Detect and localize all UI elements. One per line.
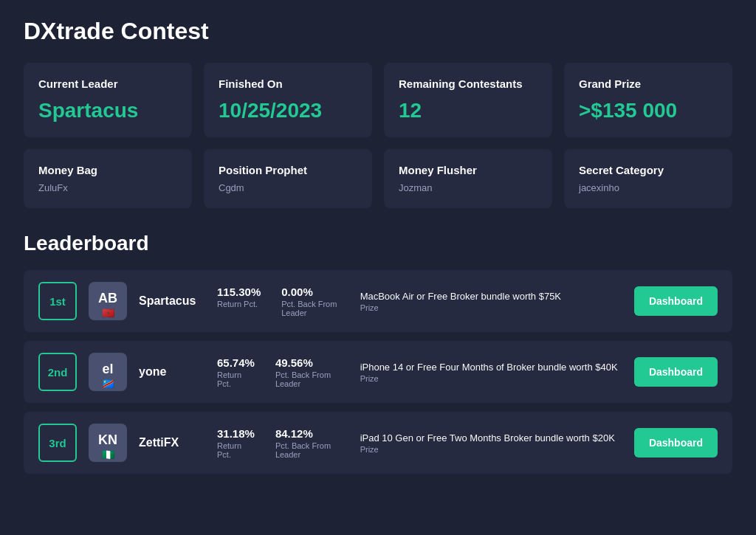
stats-block: 31.18% Return Pct. 84.12% Pct. Back From… xyxy=(217,427,348,459)
dashboard-button[interactable]: Dashboard xyxy=(634,428,718,458)
stat-value-grand-prize: >$135 000 xyxy=(579,99,718,122)
pct-back-block: 84.12% Pct. Back From Leader xyxy=(275,427,348,459)
award-card-money-flusher: Money Flusher Jozman xyxy=(384,149,552,208)
player-name: Spartacus xyxy=(139,294,205,308)
prize-label: Prize xyxy=(360,445,622,454)
avatar-initials: AB xyxy=(98,291,117,306)
pct-back-block: 49.56% Pct. Back From Leader xyxy=(275,356,348,388)
stat-card-grand-prize: Grand Prize >$135 000 xyxy=(564,63,732,137)
prize-text: iPad 10 Gen or Free Two Months Broker bu… xyxy=(360,432,622,443)
return-pct-value: 65.74% xyxy=(217,356,255,369)
award-card-secret-category: Secret Category jacexinho xyxy=(564,149,732,208)
pct-back-label: Pct. Back From Leader xyxy=(275,441,348,459)
avatar-initials: el xyxy=(102,362,113,377)
awards-grid: Money Bag ZuluFx Position Prophet Cgdm M… xyxy=(24,149,732,208)
stat-value-remaining-contestants: 12 xyxy=(399,99,537,122)
pct-back-label: Pct. Back From Leader xyxy=(275,370,348,388)
return-pct-block: 115.30% Return Pct. xyxy=(217,286,261,317)
avatar: KN 🇳🇬 xyxy=(89,424,127,462)
return-pct-block: 31.18% Return Pct. xyxy=(217,427,255,459)
award-winner-money-flusher: Jozman xyxy=(399,182,537,193)
prize-text: iPhone 14 or Free Four Months of Broker … xyxy=(360,362,622,373)
flag-icon: 🇲🇦 xyxy=(102,307,114,319)
award-title-money-bag: Money Bag xyxy=(38,164,177,176)
award-title-money-flusher: Money Flusher xyxy=(399,164,537,176)
prize-block: iPad 10 Gen or Free Two Months Broker bu… xyxy=(360,432,622,454)
return-pct-value: 115.30% xyxy=(217,286,261,298)
prize-label: Prize xyxy=(360,303,622,312)
pct-back-label: Pct. Back From Leader xyxy=(281,300,348,317)
return-pct-label: Return Pct. xyxy=(217,300,261,308)
player-name: yone xyxy=(139,365,205,379)
leaderboard-title: Leaderboard xyxy=(24,232,732,255)
leaderboard-row: 2nd el 🇨🇩 yone 65.74% Return Pct. 49.56%… xyxy=(24,341,732,403)
dashboard-button[interactable]: Dashboard xyxy=(634,357,718,387)
award-winner-secret-category: jacexinho xyxy=(579,182,718,193)
stat-card-current-leader: Current Leader Spartacus xyxy=(24,63,192,137)
pct-back-value: 0.00% xyxy=(281,286,348,298)
stat-label-grand-prize: Grand Prize xyxy=(579,77,718,90)
award-card-money-bag: Money Bag ZuluFx xyxy=(24,149,192,208)
page-title: DXtrade Contest xyxy=(24,18,732,45)
stat-value-current-leader: Spartacus xyxy=(38,99,177,122)
prize-label: Prize xyxy=(360,374,622,383)
stat-label-remaining-contestants: Remaining Contestants xyxy=(399,77,537,90)
leaderboard-row: 1st AB 🇲🇦 Spartacus 115.30% Return Pct. … xyxy=(24,270,732,332)
award-card-position-prophet: Position Prophet Cgdm xyxy=(204,149,372,208)
avatar: AB 🇲🇦 xyxy=(89,282,127,320)
return-pct-block: 65.74% Return Pct. xyxy=(217,356,255,388)
stat-card-remaining-contestants: Remaining Contestants 12 xyxy=(384,63,552,137)
rank-badge: 2nd xyxy=(38,353,77,391)
stats-block: 65.74% Return Pct. 49.56% Pct. Back From… xyxy=(217,356,348,388)
award-title-secret-category: Secret Category xyxy=(579,164,718,176)
flag-icon: 🇨🇩 xyxy=(102,378,114,390)
leaderboard: 1st AB 🇲🇦 Spartacus 115.30% Return Pct. … xyxy=(24,270,732,474)
return-pct-value: 31.18% xyxy=(217,427,255,440)
dashboard-button[interactable]: Dashboard xyxy=(634,286,718,316)
stat-card-finished-on: Finished On 10/25/2023 xyxy=(204,63,372,137)
stats-grid: Current Leader Spartacus Finished On 10/… xyxy=(24,63,732,137)
leaderboard-row: 3rd KN 🇳🇬 ZettiFX 31.18% Return Pct. 84.… xyxy=(24,412,732,474)
return-pct-label: Return Pct. xyxy=(217,370,255,388)
rank-badge: 1st xyxy=(38,282,77,320)
pct-back-value: 49.56% xyxy=(275,356,348,369)
award-title-position-prophet: Position Prophet xyxy=(219,164,357,176)
prize-block: iPhone 14 or Free Four Months of Broker … xyxy=(360,362,622,383)
avatar-initials: KN xyxy=(98,432,117,448)
stats-block: 115.30% Return Pct. 0.00% Pct. Back From… xyxy=(217,286,348,317)
stat-value-finished-on: 10/25/2023 xyxy=(219,99,357,122)
prize-block: MacBook Air or Free Broker bundle worth … xyxy=(360,291,622,312)
pct-back-value: 84.12% xyxy=(275,427,348,440)
return-pct-label: Return Pct. xyxy=(217,441,255,459)
award-winner-money-bag: ZuluFx xyxy=(38,182,177,193)
player-name: ZettiFX xyxy=(139,436,205,449)
stat-label-current-leader: Current Leader xyxy=(38,77,177,90)
award-winner-position-prophet: Cgdm xyxy=(219,182,357,193)
pct-back-block: 0.00% Pct. Back From Leader xyxy=(281,286,348,317)
prize-text: MacBook Air or Free Broker bundle worth … xyxy=(360,291,622,302)
flag-icon: 🇳🇬 xyxy=(102,449,114,460)
rank-badge: 3rd xyxy=(38,424,77,462)
stat-label-finished-on: Finished On xyxy=(219,77,357,90)
avatar: el 🇨🇩 xyxy=(89,353,127,391)
